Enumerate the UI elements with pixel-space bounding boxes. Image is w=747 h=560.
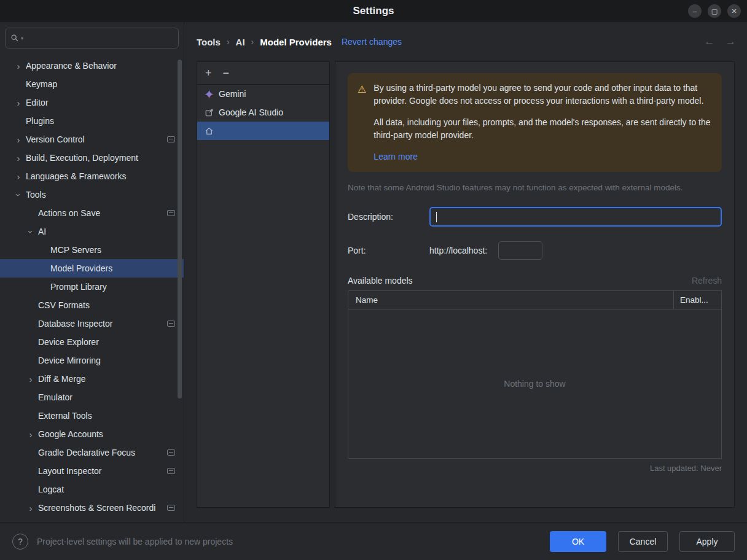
maximize-icon: ▢ [711,7,718,15]
sidebar-item-label: CSV Formats [38,300,175,310]
sidebar-item-mcp-servers[interactable]: MCP Servers [0,241,184,259]
available-models-label: Available models [348,276,413,286]
sidebar-item-tools[interactable]: ›Tools [0,185,184,204]
sidebar-item-label: Database Inspector [38,319,163,329]
chevron-right-icon[interactable]: › [11,61,26,71]
sidebar-item-ai[interactable]: ›AI [0,222,184,241]
warning-text: By using a third-party model you agree t… [374,82,712,163]
chevron-down-icon[interactable]: › [26,224,36,239]
provider-item-label: Gemini [219,89,246,99]
google-ai-studio-icon [204,107,214,117]
sidebar-item-plugins[interactable]: Plugins [0,112,184,130]
chevron-right-icon[interactable]: › [11,154,26,163]
port-input[interactable] [498,241,542,260]
chevron-right-icon[interactable]: › [23,430,38,439]
settings-search[interactable]: ▾ [5,28,179,49]
sidebar-item-csv-formats[interactable]: CSV Formats [0,296,184,314]
chevron-right-icon[interactable]: › [23,375,38,384]
sidebar-item-device-mirroring[interactable]: Device Mirroring [0,351,184,370]
text-caret [436,212,437,222]
screen-settings-badge-icon [167,449,175,456]
breadcrumb-ai[interactable]: AI [236,37,245,47]
apply-button[interactable]: Apply [679,531,735,552]
sidebar-item-label: Editor [26,98,175,107]
sidebar-item-screenshots-screen-recordi[interactable]: ›Screenshots & Screen Recordi [0,499,184,517]
screen-settings-badge-icon [167,210,175,216]
sidebar-item-label: Build, Execution, Deployment [26,153,175,163]
chevron-right-icon[interactable]: › [23,504,38,513]
revert-changes-link[interactable]: Revert changes [342,37,402,47]
chevron-right-icon[interactable]: › [11,98,26,107]
provider-item-gemini[interactable]: Gemini [197,85,329,103]
available-models-header: Available models Refresh [348,276,722,286]
description-input[interactable] [429,207,722,227]
warning-paragraph-1: By using a third-party model you agree t… [374,82,712,107]
chevron-down-icon[interactable]: › [14,187,23,202]
remove-provider-button[interactable]: − [223,68,230,79]
provider-item-google-ai-studio[interactable]: Google AI Studio [197,103,329,122]
search-history-chevron-icon[interactable]: ▾ [21,36,23,41]
sidebar-item-label: External Tools [38,411,175,421]
forward-arrow-icon[interactable]: → [725,36,736,48]
plus-icon: + [205,67,212,79]
sidebar-item-label: Version Control [26,134,163,144]
question-mark-icon: ? [18,537,23,546]
settings-tree: ›Appearance & BehaviorKeymap›EditorPlugi… [0,56,184,517]
sidebar-item-gradle-declarative-focus[interactable]: Gradle Declarative Focus [0,443,184,462]
search-input[interactable] [25,33,173,43]
sidebar-item-google-accounts[interactable]: ›Google Accounts [0,425,184,443]
port-row: Port: http://localhost: [348,241,722,260]
sidebar-item-actions-on-save[interactable]: Actions on Save [0,204,184,222]
sidebar-item-label: Layout Inspector [38,466,163,476]
sidebar-item-label: Prompt Library [50,282,175,292]
column-header-enabled: Enabl... [673,291,721,309]
chevron-right-icon[interactable]: › [11,172,26,181]
minus-icon: − [223,67,230,79]
last-updated-label: Last updated: Never [348,464,722,473]
refresh-button[interactable]: Refresh [692,276,722,286]
cancel-button[interactable]: Cancel [618,531,668,552]
gemini-icon [204,89,214,99]
sidebar-item-languages-frameworks[interactable]: ›Languages & Frameworks [0,167,184,185]
sidebar-item-build-execution-deployment[interactable]: ›Build, Execution, Deployment [0,149,184,167]
provider-detail-panel: ⚠ By using a third-party model you agree… [335,61,735,508]
help-button[interactable]: ? [12,534,28,550]
ok-button[interactable]: OK [550,531,606,552]
sidebar-item-appearance-behavior[interactable]: ›Appearance & Behavior [0,56,184,75]
maximize-button[interactable]: ▢ [708,4,721,18]
sidebar-item-editor[interactable]: ›Editor [0,93,184,112]
sidebar-item-keymap[interactable]: Keymap [0,75,184,93]
back-arrow-icon[interactable]: ← [704,36,714,48]
breadcrumb-separator-icon: › [227,37,230,47]
add-provider-button[interactable]: + [205,68,212,79]
history-nav: ← → [704,36,736,48]
sidebar-item-device-explorer[interactable]: Device Explorer [0,333,184,351]
breadcrumb-tools[interactable]: Tools [197,37,221,47]
sidebar-scrollbar[interactable] [178,60,182,399]
minimize-button[interactable]: – [688,4,702,18]
models-table: Name Enabl... Nothing to show [348,290,722,459]
sidebar-item-label: Logcat [38,484,175,494]
sidebar-item-external-tools[interactable]: External Tools [0,406,184,425]
sidebar-item-label: MCP Servers [50,245,175,255]
chevron-right-icon[interactable]: › [11,135,26,144]
models-table-body: Nothing to show [348,309,721,458]
sidebar-item-logcat[interactable]: Logcat [0,480,184,499]
sidebar-item-model-providers[interactable]: Model Providers [0,259,184,278]
sidebar-item-layout-inspector[interactable]: Layout Inspector [0,462,184,480]
column-header-name: Name [348,291,673,309]
sidebar-item-diff-merge[interactable]: ›Diff & Merge [0,370,184,388]
sidebar-item-emulator[interactable]: Emulator [0,388,184,406]
screen-settings-badge-icon [167,505,175,511]
provider-list-panel: + − GeminiGoogle AI Studio [197,61,330,508]
sidebar-item-prompt-library[interactable]: Prompt Library [0,278,184,296]
sidebar-item-database-inspector[interactable]: Database Inspector [0,314,184,333]
description-row: Description: [348,207,722,227]
close-button[interactable]: ✕ [727,4,741,18]
footer-hint: Project-level settings will be applied t… [37,537,550,546]
provider-item-new[interactable] [197,122,329,140]
learn-more-link[interactable]: Learn more [374,150,418,163]
breadcrumb: Tools › AI › Model Providers Revert chan… [197,22,747,61]
sidebar-item-version-control[interactable]: ›Version Control [0,130,184,149]
settings-sidebar: ▾ ›Appearance & BehaviorKeymap›EditorPlu… [0,22,184,522]
